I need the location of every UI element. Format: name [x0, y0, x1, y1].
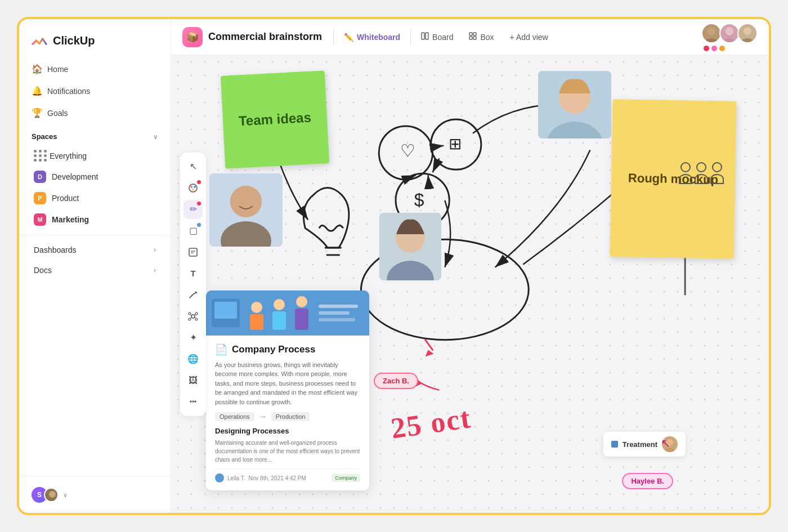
status-dot-2: [711, 46, 717, 51]
tool-rectangle[interactable]: ▢: [183, 221, 203, 240]
sidebar-footer: S ∨: [19, 476, 171, 513]
doc-section-text: Maintaining accurate and well-organized …: [215, 439, 360, 464]
box-label: Box: [480, 33, 494, 42]
everything-icon: [34, 150, 44, 162]
svg-point-29: [190, 186, 192, 188]
marketing-label: Marketing: [52, 215, 89, 224]
tab-board[interactable]: Board: [413, 29, 461, 45]
notifications-label: Notifications: [47, 87, 90, 96]
tool-cursor[interactable]: ↖: [183, 157, 203, 176]
sidebar: ClickUp 🏠 Home 🔔 Notifications 🏆 Goals S…: [19, 19, 171, 513]
tool-pencil[interactable]: ✏: [183, 200, 203, 219]
add-view-button[interactable]: + Add view: [502, 29, 556, 45]
svg-rect-2: [422, 33, 424, 39]
svg-point-16: [379, 126, 432, 180]
sidebar-item-docs[interactable]: Docs ›: [21, 260, 168, 280]
everything-label: Everything: [50, 151, 87, 160]
sticky-note-green: Team ideas: [221, 70, 329, 168]
svg-point-37: [189, 312, 191, 315]
doc-card-header: [206, 290, 369, 336]
sidebar-item-goals[interactable]: 🏆 Goals: [26, 102, 164, 123]
doc-tag-operations: Operations: [215, 412, 254, 421]
sidebar-item-product[interactable]: P Product: [21, 187, 168, 209]
tool-sparkle[interactable]: ✦: [183, 328, 203, 347]
topbar-avatar-3: [737, 23, 758, 43]
treatment-square-icon: [611, 441, 618, 448]
topbar-avatar-row: [701, 23, 758, 43]
cursor-icon: ↖: [661, 436, 670, 450]
tab-whiteboard[interactable]: ✏️ Whiteboard: [336, 29, 408, 45]
tool-more[interactable]: •••: [183, 392, 203, 412]
svg-rect-4: [469, 33, 472, 35]
photo-woman-center: [379, 213, 441, 280]
svg-text:⊞: ⊞: [449, 135, 462, 153]
sidebar-nav: 🏠 Home 🔔 Notifications 🏆 Goals: [19, 59, 171, 123]
document-card[interactable]: 📄 Company Process As your business grows…: [206, 290, 369, 491]
avatar-status-dots: [701, 46, 725, 51]
tool-text[interactable]: T: [183, 264, 203, 283]
board-icon: [421, 32, 429, 42]
tool-image[interactable]: 🖼: [183, 371, 203, 390]
tool-palette-dot: [197, 180, 201, 184]
dashboards-label: Dashboards: [34, 245, 77, 254]
tool-rect-dot: [197, 223, 201, 227]
svg-rect-6: [469, 37, 472, 39]
footer-chevron-icon[interactable]: ∨: [63, 491, 68, 499]
svg-point-31: [192, 189, 194, 191]
svg-point-10: [726, 27, 733, 35]
spaces-chevron-icon[interactable]: ∨: [153, 133, 158, 141]
topbar-avatars: [701, 23, 758, 51]
tool-sticky-note[interactable]: [183, 243, 203, 262]
sidebar-item-notifications[interactable]: 🔔 Notifications: [26, 81, 164, 101]
home-label: Home: [47, 65, 68, 74]
goals-label: Goals: [47, 109, 68, 118]
board-label: Board: [432, 33, 453, 42]
doc-label-badge: Company: [332, 474, 360, 482]
product-badge: P: [34, 192, 46, 204]
status-dot-1: [704, 46, 709, 51]
svg-point-18: [431, 119, 481, 169]
svg-point-62: [296, 296, 307, 307]
dashboards-chevron-icon: ›: [154, 246, 156, 254]
tool-pencil-dot: [197, 202, 201, 205]
doc-tags: Operations → Production: [215, 412, 360, 421]
footer-avatar-group[interactable]: S: [30, 486, 59, 504]
topbar-title: Commercial brainstorm: [208, 31, 322, 43]
svg-rect-5: [473, 33, 476, 35]
sidebar-item-development[interactable]: D Development: [21, 166, 168, 187]
canvas-area[interactable]: ♡ ⊞ $: [171, 55, 769, 513]
tab-box[interactable]: Box: [461, 29, 502, 45]
tool-network[interactable]: [183, 307, 203, 326]
sidebar-item-home[interactable]: 🏠 Home: [26, 59, 164, 79]
sidebar-item-everything[interactable]: Everything: [21, 145, 168, 166]
tool-line[interactable]: [183, 285, 203, 305]
doc-author-name: Leila T.: [227, 475, 245, 481]
doc-title-row: 📄 Company Process: [215, 343, 360, 356]
sidebar-item-marketing[interactable]: M Marketing: [21, 209, 168, 230]
docs-chevron-icon: ›: [154, 266, 156, 274]
logo-area[interactable]: ClickUp: [19, 19, 171, 59]
svg-line-44: [195, 318, 196, 319]
svg-point-9: [704, 38, 719, 43]
home-icon: 🏠: [32, 64, 42, 74]
svg-text:♡: ♡: [400, 141, 415, 160]
doc-date: Nov 8th, 2021 4:42 PM: [249, 475, 306, 481]
svg-rect-65: [319, 311, 350, 315]
tool-globe[interactable]: 🌐: [183, 350, 203, 369]
svg-line-41: [191, 314, 192, 315]
svg-point-40: [195, 318, 198, 320]
development-label: Development: [52, 172, 98, 181]
svg-rect-59: [250, 314, 263, 330]
svg-point-39: [189, 318, 191, 320]
person-icon-1: [679, 162, 692, 184]
spaces-title: Spaces: [32, 132, 57, 141]
label-haylee: Haylee B.: [622, 473, 673, 489]
trophy-icon: 🏆: [32, 108, 42, 118]
spaces-section-header: Spaces ∨: [19, 123, 171, 145]
doc-arrow-icon: →: [259, 412, 267, 421]
project-icon: 📦: [182, 27, 203, 47]
sidebar-item-dashboards[interactable]: Dashboards ›: [21, 240, 168, 260]
tool-palette[interactable]: [183, 178, 203, 198]
svg-point-12: [744, 27, 751, 35]
svg-rect-7: [473, 37, 476, 39]
